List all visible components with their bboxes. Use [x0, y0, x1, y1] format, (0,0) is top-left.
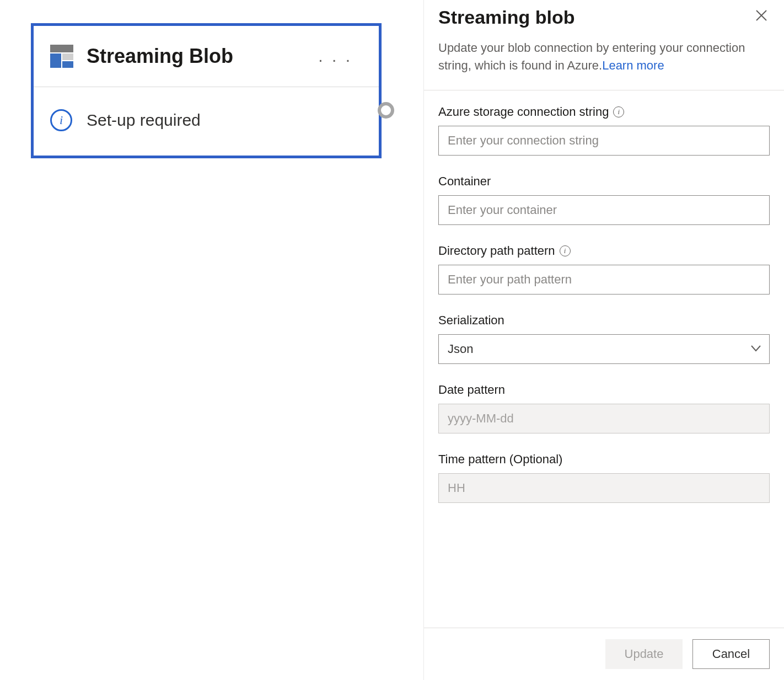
- node-status-text: Set-up required: [87, 111, 201, 130]
- serialization-select[interactable]: Json: [438, 334, 770, 364]
- node-more-menu[interactable]: . . .: [313, 45, 358, 68]
- streaming-blob-node[interactable]: Streaming Blob . . . i Set-up required: [31, 23, 382, 158]
- info-icon[interactable]: i: [613, 106, 624, 117]
- container-input[interactable]: [438, 195, 770, 225]
- node-title: Streaming Blob: [87, 45, 313, 68]
- cancel-button[interactable]: Cancel: [692, 639, 770, 669]
- svg-rect-3: [62, 61, 73, 68]
- config-panel: Streaming blob Update your blob connecti…: [423, 0, 784, 680]
- directory-input[interactable]: [438, 265, 770, 295]
- svg-rect-1: [50, 53, 61, 68]
- node-header: Streaming Blob . . .: [34, 26, 379, 87]
- date-pattern-input: [438, 404, 770, 433]
- learn-more-link[interactable]: Learn more: [602, 58, 664, 72]
- field-connection-string: Azure storage connection string i: [438, 105, 770, 156]
- connection-string-label: Azure storage connection string: [438, 105, 609, 119]
- field-time-pattern: Time pattern (Optional): [438, 452, 770, 503]
- svg-rect-0: [50, 45, 73, 52]
- field-date-pattern: Date pattern: [438, 383, 770, 433]
- info-icon: i: [50, 109, 72, 131]
- panel-description: Update your blob connection by entering …: [438, 39, 770, 74]
- container-label: Container: [438, 174, 491, 189]
- svg-rect-2: [62, 53, 73, 60]
- node-output-port[interactable]: [378, 102, 394, 119]
- panel-description-text: Update your blob connection by entering …: [438, 41, 745, 72]
- panel-title: Streaming blob: [438, 7, 753, 28]
- field-serialization: Serialization Json: [438, 313, 770, 364]
- connection-string-input[interactable]: [438, 126, 770, 156]
- panel-header: Streaming blob Update your blob connecti…: [424, 0, 784, 90]
- update-button[interactable]: Update: [605, 639, 683, 669]
- time-pattern-input: [438, 473, 770, 503]
- time-pattern-label: Time pattern (Optional): [438, 452, 562, 467]
- field-directory: Directory path pattern i: [438, 244, 770, 295]
- blob-storage-icon: [50, 45, 73, 68]
- serialization-label: Serialization: [438, 313, 504, 328]
- panel-form: Azure storage connection string i Contai…: [424, 90, 784, 628]
- info-icon[interactable]: i: [560, 245, 571, 256]
- panel-footer: Update Cancel: [424, 628, 784, 680]
- close-icon[interactable]: [753, 7, 770, 26]
- field-container: Container: [438, 174, 770, 225]
- date-pattern-label: Date pattern: [438, 383, 505, 397]
- node-body: i Set-up required: [34, 87, 379, 156]
- serialization-value: Json: [448, 342, 473, 356]
- directory-label: Directory path pattern: [438, 244, 555, 258]
